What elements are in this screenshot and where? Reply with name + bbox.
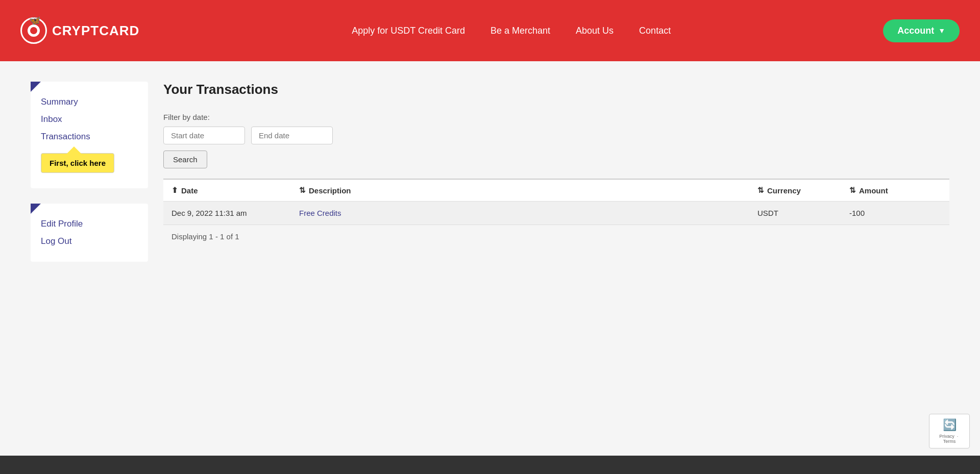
sidebar-item-inbox[interactable]: Inbox	[41, 114, 138, 124]
table-header: ⬆ Date ⇅ Description ⇅ Currency ⇅ Amount	[163, 180, 949, 202]
col-description[interactable]: ⇅ Description	[299, 186, 757, 195]
header: 🦋 CRYPTCARD Apply for USDT Credit Card B…	[0, 0, 980, 61]
nav-apply[interactable]: Apply for USDT Credit Card	[352, 26, 465, 36]
tooltip-first-click: First, click here	[41, 153, 114, 173]
cell-description[interactable]: Free Credits	[299, 209, 757, 217]
sort-icon-description: ⇅	[299, 186, 306, 195]
filter-section: Filter by date: Search	[163, 113, 949, 168]
logo-icon: 🦋	[20, 17, 47, 44]
sidebar-item-transactions[interactable]: Transactions	[41, 132, 138, 142]
sidebar-card-2: Edit Profile Log Out	[31, 204, 148, 262]
logo[interactable]: 🦋 CRYPTCARD	[20, 17, 139, 44]
recaptcha-terms[interactable]: Terms	[943, 439, 956, 444]
col-amount[interactable]: ⇅ Amount	[849, 186, 941, 195]
transactions-table: ⬆ Date ⇅ Description ⇅ Currency ⇅ Amount…	[163, 179, 949, 241]
end-date-input[interactable]	[251, 127, 333, 144]
col-currency[interactable]: ⇅ Currency	[757, 186, 849, 195]
account-button[interactable]: Account ▼	[883, 19, 960, 42]
cell-currency: USDT	[757, 209, 849, 217]
recaptcha-privacy[interactable]: Privacy	[939, 434, 954, 439]
sidebar-item-logout[interactable]: Log Out	[41, 236, 138, 246]
filter-label: Filter by date:	[163, 113, 949, 121]
transactions-area: Your Transactions Filter by date: Search…	[163, 82, 949, 435]
chevron-down-icon: ▼	[938, 27, 945, 35]
nav-about[interactable]: About Us	[576, 26, 614, 36]
main-content: Summary Inbox Transactions First, click …	[0, 61, 980, 456]
cell-date: Dec 9, 2022 11:31 am	[172, 209, 299, 217]
footer-bar	[0, 456, 980, 474]
sort-icon-amount: ⇅	[849, 186, 856, 195]
recaptcha-links: Privacy · Terms	[935, 434, 964, 444]
recaptcha-badge: 🔄 Privacy · Terms	[929, 414, 970, 448]
sidebar-item-edit-profile[interactable]: Edit Profile	[41, 219, 138, 229]
nav-merchant[interactable]: Be a Merchant	[491, 26, 550, 36]
sort-icon-date: ⬆	[172, 186, 178, 195]
table-row: Dec 9, 2022 11:31 am Free Credits USDT -…	[163, 202, 949, 225]
filter-inputs	[163, 127, 949, 144]
nav-contact[interactable]: Contact	[639, 26, 671, 36]
col-date[interactable]: ⬆ Date	[172, 186, 299, 195]
cell-amount: -100	[849, 209, 941, 217]
sort-icon-currency: ⇅	[757, 186, 764, 195]
displaying-count: Displaying 1 - 1 of 1	[163, 232, 949, 241]
sidebar-card-1: Summary Inbox Transactions First, click …	[31, 82, 148, 188]
sidebar: Summary Inbox Transactions First, click …	[31, 82, 148, 435]
main-nav: Apply for USDT Credit Card Be a Merchant…	[139, 26, 883, 36]
sidebar-item-summary[interactable]: Summary	[41, 97, 138, 107]
start-date-input[interactable]	[163, 127, 245, 144]
page-title: Your Transactions	[163, 82, 949, 97]
butterfly-icon: 🦋	[29, 15, 40, 26]
logo-text: CRYPTCARD	[52, 23, 139, 39]
search-button[interactable]: Search	[163, 151, 207, 168]
recaptcha-icon: 🔄	[943, 418, 957, 432]
account-label: Account	[897, 26, 934, 36]
